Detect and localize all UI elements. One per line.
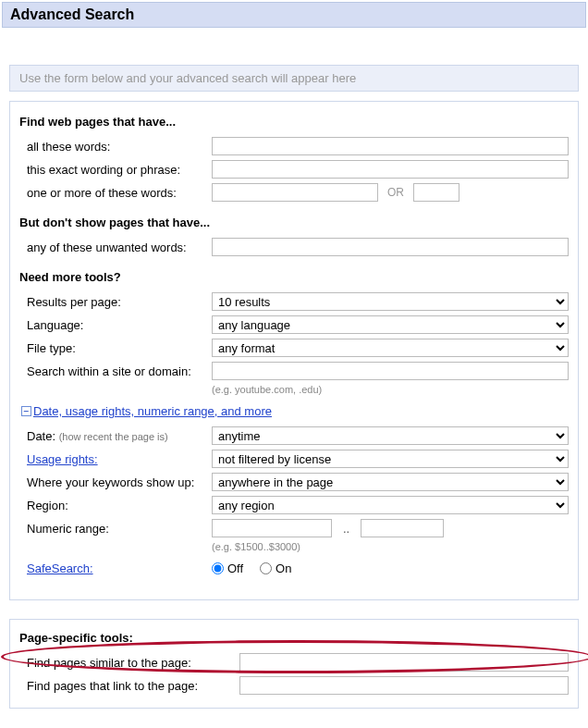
row-results: Results per page: 10 results [27, 291, 569, 312]
select-usage[interactable]: not filtered by license [212, 450, 569, 468]
select-date[interactable]: anytime [212, 426, 569, 445]
select-where[interactable]: anywhere in the page [212, 473, 569, 491]
row-usage: Usage rights: not filtered by license [27, 449, 569, 469]
input-any-words-1[interactable] [212, 183, 378, 202]
input-numeric-low[interactable] [212, 519, 332, 537]
expand-toggle-row[interactable]: − Date, usage rights, numeric range, and… [21, 404, 569, 418]
input-all-words[interactable] [212, 137, 569, 155]
expand-link[interactable]: Date, usage rights, numeric range, and m… [33, 404, 272, 418]
row-all-words: all these words: [27, 136, 569, 156]
radio-safesearch-off[interactable] [212, 562, 224, 574]
label-results: Results per page: [27, 295, 212, 309]
row-filetype: File type: any format [27, 338, 569, 358]
hint-domain: (e.g. youtube.com, .edu) [212, 384, 569, 395]
range-separator: .. [336, 522, 357, 536]
safesearch-off-option[interactable]: Off [212, 561, 243, 575]
label-exact-phrase: this exact wording or phrase: [27, 163, 212, 177]
select-region[interactable]: any region [212, 496, 569, 514]
page-specific-tools: Page-specific tools: Find pages similar … [9, 619, 579, 709]
row-similar: Find pages similar to the page: [27, 652, 569, 672]
usage-rights-link[interactable]: Usage rights: [27, 452, 98, 466]
collapse-icon[interactable]: − [21, 406, 31, 416]
input-unwanted[interactable] [212, 238, 569, 256]
row-safesearch: SafeSearch: Off On [27, 558, 569, 578]
safesearch-on-option[interactable]: On [260, 561, 291, 575]
row-any-words: one or more of these words: OR [27, 182, 569, 203]
row-language: Language: any language [27, 315, 569, 335]
main-search-form: Find web pages that have... all these wo… [9, 101, 579, 600]
label-language: Language: [27, 318, 212, 332]
label-unwanted: any of these unwanted words: [27, 241, 212, 254]
label-safesearch: SafeSearch: [27, 561, 212, 575]
radio-safesearch-on[interactable] [260, 562, 272, 574]
row-exact-phrase: this exact wording or phrase: [27, 159, 569, 179]
search-preview: Use the form below and your advanced sea… [9, 65, 579, 92]
label-where: Where your keywords show up: [27, 475, 212, 489]
label-filetype: File type: [27, 341, 212, 355]
label-domain: Search within a site or domain: [27, 364, 212, 378]
label-any-words: one or more of these words: [27, 186, 212, 200]
row-numeric: Numeric range: .. [27, 518, 569, 538]
input-numeric-high[interactable] [361, 519, 444, 537]
exclude-heading: But don't show pages that have... [19, 216, 569, 229]
row-linkto: Find pages that link to the page: [27, 675, 569, 696]
row-where: Where your keywords show up: anywhere in… [27, 472, 569, 492]
row-date: Date: (how recent the page is) anytime [27, 426, 569, 446]
input-exact-phrase[interactable] [212, 160, 569, 179]
select-results[interactable]: 10 results [212, 292, 569, 311]
hint-numeric: (e.g. $1500..$3000) [212, 541, 569, 552]
label-numeric: Numeric range: [27, 522, 212, 536]
select-filetype[interactable]: any format [212, 339, 569, 357]
row-domain: Search within a site or domain: [27, 361, 569, 381]
tools-heading: Need more tools? [19, 270, 569, 284]
input-any-words-2[interactable] [413, 183, 459, 202]
safesearch-link[interactable]: SafeSearch: [27, 561, 93, 575]
row-region: Region: any region [27, 495, 569, 515]
label-similar: Find pages similar to the page: [27, 656, 239, 670]
input-linkto[interactable] [239, 676, 569, 695]
label-region: Region: [27, 499, 212, 512]
row-unwanted: any of these unwanted words: [27, 237, 569, 257]
select-language[interactable]: any language [212, 315, 569, 334]
input-domain[interactable] [212, 362, 569, 380]
label-linkto: Find pages that link to the page: [27, 679, 239, 693]
page-tools-heading: Page-specific tools: [19, 631, 569, 645]
label-date: Date: (how recent the page is) [27, 429, 212, 443]
label-all-words: all these words: [27, 140, 212, 154]
find-heading: Find web pages that have... [19, 115, 569, 129]
page-title: Advanced Search [10, 6, 578, 23]
or-separator-1: OR [382, 186, 410, 199]
label-usage: Usage rights: [27, 452, 212, 466]
header-bar: Advanced Search [2, 2, 586, 28]
input-similar[interactable] [239, 653, 569, 672]
